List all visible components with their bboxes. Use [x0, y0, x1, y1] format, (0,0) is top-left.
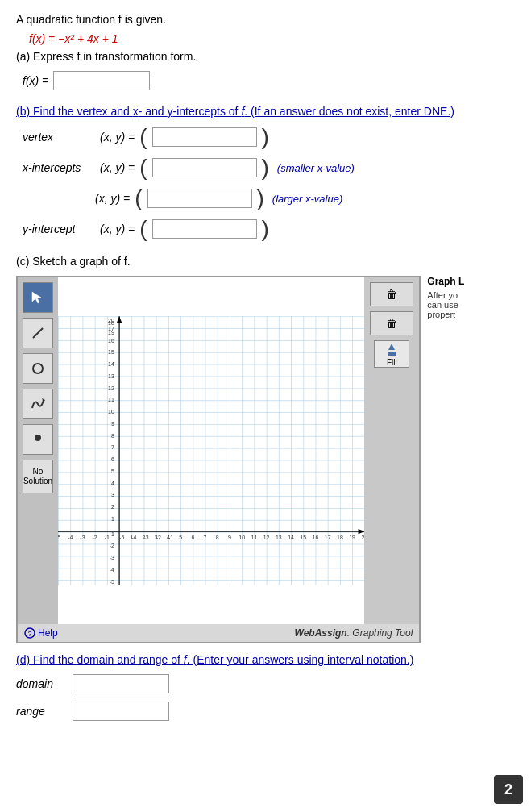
graph-label-panel: Graph L After yocan usepropert	[427, 276, 515, 319]
help-icon: ?	[24, 627, 35, 639]
cursor-tool-button[interactable]	[23, 282, 53, 313]
x-int-larger-eq: (x, y) =	[95, 192, 130, 205]
svg-text:-3: -3	[110, 555, 114, 560]
domain-row: domain	[16, 674, 515, 693]
part-a-input[interactable]	[53, 71, 150, 90]
svg-text:17: 17	[325, 535, 331, 540]
x-intercepts-label: x-intercepts	[23, 161, 95, 174]
svg-text:15: 15	[300, 535, 306, 540]
part-a-input-row: f(x) =	[23, 71, 515, 90]
part-b-text-plain: (b) Find the vertex and	[16, 105, 133, 118]
range-label: range	[16, 705, 64, 718]
svg-text:16: 16	[313, 535, 319, 540]
part-b-text-end: -intercepts of f. (If an answer does not…	[173, 105, 454, 118]
svg-text:9: 9	[111, 421, 114, 427]
svg-text:11: 11	[251, 535, 258, 540]
x-int-larger-close: )	[257, 187, 264, 210]
graph-footer: ? Help WebAssign. Graphing Tool	[18, 624, 419, 642]
vertex-input[interactable]	[152, 127, 257, 147]
svg-text:8: 8	[111, 433, 114, 439]
vertex-row: vertex (x, y) = ( )	[23, 126, 515, 148]
graph-label-body: After yocan usepropert	[427, 290, 515, 319]
svg-point-4	[35, 435, 41, 441]
range-link: range	[139, 653, 168, 666]
intro-text: A quadratic function f is given.	[16, 13, 515, 26]
smaller-x-note: (smaller x-value)	[277, 162, 355, 174]
y-intercept-input[interactable]	[152, 219, 257, 239]
curve-tool-button[interactable]	[23, 389, 53, 419]
delete-button-2[interactable]: 🗑	[370, 311, 413, 335]
x-intercept-larger-row: (x, y) = ( ) (larger x-value)	[95, 187, 515, 210]
function-definition: f(x) = −x² + 4x + 1	[29, 32, 515, 45]
part-a-prefix: f(x) =	[23, 74, 48, 87]
svg-text:6: 6	[191, 535, 194, 540]
page-number: 2	[494, 775, 523, 804]
svg-text:6: 6	[111, 456, 114, 462]
y-int-open: (	[139, 218, 147, 240]
x-intercept-larger-input[interactable]	[147, 189, 252, 208]
svg-text:5: 5	[179, 535, 182, 540]
svg-marker-0	[32, 292, 41, 303]
webassign-credit: WebAssign. Graphing Tool	[295, 627, 413, 639]
svg-text:-4: -4	[68, 535, 73, 540]
domain-link: domain	[77, 653, 114, 666]
svg-text:4: 4	[111, 481, 114, 486]
larger-x-note: (larger x-value)	[272, 193, 342, 205]
svg-text:16: 16	[108, 338, 114, 344]
domain-input[interactable]	[73, 674, 169, 693]
svg-text:-2: -2	[93, 535, 97, 540]
help-link[interactable]: ? Help	[24, 627, 58, 639]
svg-text:11: 11	[108, 397, 114, 402]
fill-button[interactable]: Fill	[374, 340, 409, 368]
y-intercept-row: y-intercept (x, y) = ( )	[23, 218, 515, 240]
svg-text:-3: -3	[80, 535, 85, 540]
vertex-xy-eq: (x, y) =	[100, 131, 135, 144]
part-a-label: (a) Express f in transformation form.	[16, 50, 515, 63]
part-b-text-mid: - and	[139, 105, 168, 118]
svg-text:7: 7	[204, 535, 207, 540]
svg-text:14: 14	[108, 361, 114, 367]
circle-tool-button[interactable]	[23, 353, 53, 384]
svg-text:10: 10	[239, 535, 245, 540]
x-int-smaller-close: )	[262, 156, 269, 179]
part-d-and: and	[114, 653, 139, 666]
svg-text:19: 19	[108, 330, 114, 335]
svg-text:2: 2	[111, 504, 114, 510]
range-row: range	[16, 702, 515, 721]
help-text: Help	[38, 627, 58, 639]
svg-text:3: 3	[111, 492, 114, 498]
svg-text:-1: -1	[105, 535, 110, 540]
svg-text:-5: -5	[119, 535, 124, 540]
svg-text:8: 8	[216, 535, 219, 540]
no-solution-label: NoSolution	[23, 467, 52, 486]
graph-plot-area[interactable]: -5 -4 -3 -2 -1 1 2 3 4 5 6 7 8	[58, 277, 364, 624]
part-a-block: (a) Express f in transformation form. f(…	[16, 50, 515, 90]
y-int-eq: (x, y) =	[100, 223, 135, 235]
y-int-close: )	[262, 218, 269, 240]
no-solution-button[interactable]: NoSolution	[23, 460, 53, 493]
svg-line-1	[33, 328, 43, 338]
svg-text:-5: -5	[58, 535, 60, 540]
part-d-end: of f. (Enter your answers using interval…	[168, 653, 413, 666]
webassign-brand: WebAssign	[295, 627, 347, 639]
svg-text:3: 3	[155, 535, 158, 540]
vertex-close-paren: )	[262, 126, 269, 148]
graph-svg: -5 -4 -3 -2 -1 1 2 3 4 5 6 7 8	[58, 277, 364, 624]
svg-text:-5: -5	[110, 579, 114, 585]
part-b-label: (b) Find the vertex and x- and y-interce…	[16, 105, 515, 118]
svg-text:-2: -2	[110, 543, 114, 548]
svg-text:-1: -1	[110, 531, 114, 537]
svg-text:5: 5	[111, 468, 114, 474]
range-input[interactable]	[73, 702, 169, 721]
part-c-label: (c) Sketch a graph of f.	[16, 255, 515, 268]
graph-container: NoSolution	[16, 276, 421, 643]
vertex-open-paren: (	[139, 126, 147, 148]
x-intercept-smaller-input[interactable]	[152, 158, 257, 177]
trash-icon: 🗑	[386, 317, 397, 330]
point-tool-button[interactable]	[23, 424, 53, 455]
delete-button[interactable]: 🗑	[370, 282, 413, 306]
svg-text:14: 14	[288, 535, 294, 540]
line-tool-button[interactable]	[23, 318, 53, 348]
part-d-text: (d) Find the	[16, 653, 77, 666]
part-b-y-link: y	[168, 105, 173, 118]
